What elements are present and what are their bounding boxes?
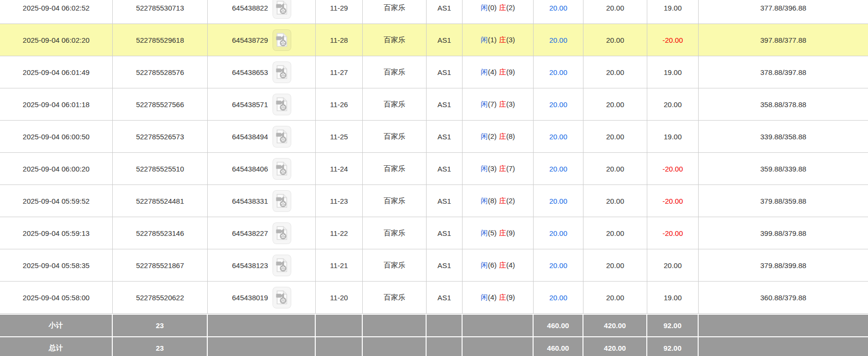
- video-replay-button[interactable]: [273, 0, 291, 19]
- player-count: (5): [488, 229, 497, 237]
- banker-count: (9): [506, 68, 515, 76]
- cell-order-id: 522785530713: [113, 0, 208, 24]
- cell-table-name: AS1: [427, 249, 463, 282]
- cell-win-loss: 19.00: [647, 121, 699, 153]
- cell-bet-amount: 20.00: [534, 0, 583, 24]
- bet-amount-link[interactable]: 20.00: [549, 100, 568, 109]
- banker-label: 庄: [499, 293, 506, 301]
- cell-win-loss: -20.00: [647, 24, 699, 56]
- cell-result: 闲(7)庄(3): [463, 88, 534, 121]
- cell-time: 2025-09-04 06:01:49: [0, 56, 113, 88]
- cell-win-loss: 19.00: [647, 0, 699, 24]
- table-row[interactable]: 2025-09-04 06:01:49 522785528576 6454386…: [0, 56, 868, 88]
- cell-bet-amount: 20.00: [534, 153, 583, 185]
- video-replay-button[interactable]: [273, 158, 291, 180]
- cell-balance: 378.88/397.88: [699, 56, 868, 88]
- cell-game-number: 645438406: [208, 153, 316, 185]
- game-number: 645438653: [232, 68, 268, 76]
- cell-game-number: 645438227: [208, 217, 316, 249]
- bet-amount-link[interactable]: 20.00: [549, 165, 568, 173]
- video-replay-button[interactable]: [273, 94, 291, 115]
- video-replay-button[interactable]: [273, 222, 291, 244]
- cell-game-type: 百家乐: [363, 217, 427, 249]
- cell-balance: 339.88/358.88: [699, 121, 868, 153]
- table-row[interactable]: 2025-09-04 05:59:13 522785523146 6454382…: [0, 217, 868, 249]
- bet-amount-link[interactable]: 20.00: [549, 229, 568, 237]
- summary-empty-cell: [363, 336, 427, 356]
- cell-game-type: 百家乐: [363, 24, 427, 56]
- summary-bet-total: 460.00: [534, 336, 583, 356]
- cell-round: 11-26: [316, 88, 363, 121]
- banker-count: (3): [506, 100, 515, 108]
- game-number: 645438123: [232, 261, 268, 270]
- cell-bet-amount: 20.00: [534, 249, 583, 282]
- bet-amount-link[interactable]: 20.00: [549, 294, 568, 302]
- bet-amount-link[interactable]: 20.00: [549, 133, 568, 141]
- summary-empty-cell: [316, 314, 363, 336]
- summary-empty-cell: [208, 314, 316, 336]
- banker-label: 庄: [499, 229, 506, 237]
- cell-game-number: 645438019: [208, 282, 316, 314]
- player-count: (2): [488, 132, 497, 140]
- table-row[interactable]: 2025-09-04 05:58:00 522785520622 6454380…: [0, 282, 868, 314]
- cell-time: 2025-09-04 06:02:20: [0, 24, 113, 56]
- video-replay-icon: [275, 290, 288, 305]
- table-row[interactable]: 2025-09-04 05:59:52 522785524481 6454383…: [0, 185, 868, 217]
- game-number: 645438227: [232, 229, 268, 237]
- bet-history-rows: 2025-09-04 06:02:52 522785530713 6454388…: [0, 0, 868, 356]
- summary-valid-total: 420.00: [583, 336, 647, 356]
- cell-time: 2025-09-04 05:58:35: [0, 249, 113, 282]
- cell-bet-amount: 20.00: [534, 217, 583, 249]
- cell-bet-amount: 20.00: [534, 185, 583, 217]
- video-replay-icon: [275, 194, 288, 208]
- game-number: 645438494: [232, 133, 268, 141]
- cell-result: 闲(5)庄(9): [463, 217, 534, 249]
- cell-game-type: 百家乐: [363, 121, 427, 153]
- cell-result: 闲(3)庄(7): [463, 153, 534, 185]
- video-replay-button[interactable]: [273, 126, 291, 147]
- cell-table-name: AS1: [427, 56, 463, 88]
- cell-round: 11-23: [316, 185, 363, 217]
- video-replay-button[interactable]: [273, 287, 291, 308]
- table-row[interactable]: 2025-09-04 06:01:18 522785527566 6454385…: [0, 88, 868, 121]
- table-row[interactable]: 2025-09-04 06:00:50 522785526573 6454384…: [0, 121, 868, 153]
- cell-game-number: 645438494: [208, 121, 316, 153]
- summary-empty-cell: [699, 314, 868, 336]
- video-replay-button[interactable]: [273, 190, 291, 212]
- cell-bet-amount: 20.00: [534, 282, 583, 314]
- banker-label: 庄: [499, 3, 506, 12]
- cell-time: 2025-09-04 06:00:50: [0, 121, 113, 153]
- bet-amount-link[interactable]: 20.00: [549, 197, 568, 205]
- bet-amount-link[interactable]: 20.00: [549, 68, 568, 76]
- summary-empty-cell: [427, 336, 463, 356]
- player-count: (4): [488, 293, 497, 301]
- cell-valid-amount: 20.00: [583, 185, 647, 217]
- cell-round: 11-21: [316, 249, 363, 282]
- cell-valid-amount: 20.00: [583, 56, 647, 88]
- table-row[interactable]: 2025-09-04 06:02:52 522785530713 6454388…: [0, 0, 868, 24]
- cell-win-loss: 19.00: [647, 56, 699, 88]
- bet-history-view: 2025-09-04 06:02:52 522785530713 6454388…: [0, 0, 868, 356]
- summary-row: 小计 23 460.00 420.00 92.00: [0, 314, 868, 336]
- bet-amount-link[interactable]: 20.00: [549, 261, 568, 270]
- cell-win-loss: -20.00: [647, 153, 699, 185]
- banker-label: 庄: [499, 196, 506, 205]
- bet-amount-link[interactable]: 20.00: [549, 36, 568, 44]
- cell-round: 11-22: [316, 217, 363, 249]
- table-row[interactable]: 2025-09-04 05:58:35 522785521867 6454381…: [0, 249, 868, 282]
- cell-table-name: AS1: [427, 24, 463, 56]
- banker-count: (3): [506, 36, 515, 44]
- summary-label: 小计: [0, 314, 113, 336]
- cell-order-id: 522785525510: [113, 153, 208, 185]
- bet-history-table: 2025-09-04 06:02:52 522785530713 6454388…: [0, 0, 868, 356]
- summary-valid-total: 420.00: [583, 314, 647, 336]
- table-row[interactable]: 2025-09-04 06:00:20 522785525510 6454384…: [0, 153, 868, 185]
- bet-amount-link[interactable]: 20.00: [549, 4, 568, 12]
- banker-count: (9): [506, 229, 515, 237]
- video-replay-button[interactable]: [273, 61, 291, 83]
- cell-order-id: 522785528576: [113, 56, 208, 88]
- video-replay-button[interactable]: [273, 29, 291, 51]
- table-row[interactable]: 2025-09-04 06:02:20 522785529618 6454387…: [0, 24, 868, 56]
- video-replay-button[interactable]: [273, 255, 291, 276]
- video-replay-icon: [275, 33, 288, 47]
